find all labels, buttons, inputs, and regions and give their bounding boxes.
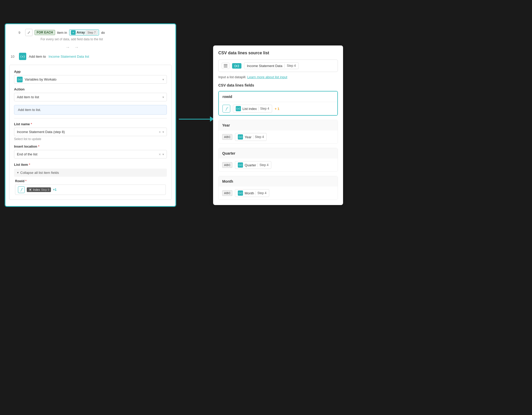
action-description: Add item to list.: [14, 105, 167, 115]
arrow-down-2: →: [74, 45, 79, 50]
month-icon: {x}: [238, 190, 243, 196]
rowid-step-label: Step 9: [41, 188, 49, 191]
year-abc-badge: ABC: [222, 134, 232, 140]
pill-divider: [284, 64, 285, 68]
action-group: Action Add item to list ▾: [14, 87, 167, 101]
insert-location-select[interactable]: End of the list × ▾: [14, 150, 167, 159]
source-step: Step 4: [287, 64, 296, 68]
foreach-subtitle: For every set of data, add field data to…: [11, 37, 170, 41]
list-name-hint: Select list to update: [14, 137, 167, 141]
action-select[interactable]: Add item to list ▾: [14, 93, 167, 101]
rowid-step-icon: ▣: [28, 188, 32, 192]
hamburger-line-3: [224, 67, 227, 67]
list-name-group: List name * Income Statement Data (step …: [14, 122, 167, 141]
rowid-pill-input[interactable]: 𝑓 ▣ Index Step 9 +1: [15, 185, 166, 195]
workflow-icon[interactable]: ⤢: [25, 29, 32, 36]
year-icon: {x}: [238, 134, 243, 140]
field-rowid-name: rowid: [219, 91, 337, 102]
source-name: Income Statement Data: [247, 64, 283, 68]
insert-clear[interactable]: ×: [159, 152, 161, 156]
month-abc-badge: ABC: [222, 190, 232, 196]
list-name-clear[interactable]: ×: [159, 130, 161, 134]
quarter-label: Quarter: [245, 163, 256, 167]
foreach-do: do: [101, 31, 105, 35]
quarter-value-pill: {x} Quarter Step 4: [235, 161, 271, 169]
step7-tag: Step 7: [86, 30, 97, 35]
rowid-plus: +1: [53, 188, 57, 192]
field-quarter-name: Quarter: [219, 148, 338, 159]
action-label: Action: [14, 87, 167, 91]
step10-row: 10 {x} Add item to Income Statement Data…: [11, 53, 170, 60]
list-name-required: *: [31, 122, 32, 126]
app-icon: {x}: [17, 77, 23, 82]
collapse-header[interactable]: ▾ Collapse all list item fields: [14, 169, 167, 177]
rowid-pill-label-right: List index: [242, 107, 257, 111]
rowid-right-fx-icon: 𝑓: [222, 105, 230, 113]
right-panel: CSV data lines source list {x} Income St…: [213, 45, 343, 205]
panel-title: CSV data lines source list: [218, 51, 338, 55]
fields-title: CSV data lines fields: [218, 83, 338, 87]
rowid-required: *: [25, 179, 27, 183]
rowid-divider: [258, 107, 259, 111]
action-dropdown-arrow: ▾: [162, 95, 164, 99]
form-container: App {x} Variables by Workato ▾ Action Ad…: [9, 65, 172, 200]
field-quarter-value: ABC {x} Quarter Step 4: [219, 159, 338, 172]
field-month-name: Month: [219, 176, 338, 187]
app-group: App {x} Variables by Workato ▾: [14, 70, 167, 84]
source-icon-badge: {x}: [232, 63, 241, 69]
step10-number: 10: [11, 55, 16, 58]
left-panel: 9 ⤢ FOR EACH item in ≡ Array Step 7 do F…: [5, 23, 176, 207]
input-hint: Input a list datapill. Learn more about …: [218, 75, 338, 79]
list-name-arrow: ▾: [162, 130, 164, 134]
field-month-value: ABC {x} Month Step 4: [219, 187, 338, 200]
step10-link[interactable]: Income Statement Data list: [49, 55, 89, 58]
list-name-value: Income Statement Data (step 8): [17, 128, 159, 136]
month-value-pill: {x} Month Step 4: [235, 189, 269, 197]
step10-action: Add item to: [29, 55, 46, 58]
year-step: Step 4: [255, 135, 264, 139]
app-dropdown-arrow: ▾: [162, 78, 164, 81]
hamburger-icon[interactable]: [222, 63, 229, 69]
rowid-fx-icon: 𝑓: [18, 186, 25, 193]
list-name-select[interactable]: Income Statement Data (step 8) × ▾: [14, 128, 167, 136]
source-row: {x} Income Statement Data Step 4: [218, 60, 338, 72]
month-divider: [255, 191, 256, 195]
quarter-step: Step 4: [259, 163, 268, 167]
month-label: Month: [245, 191, 254, 195]
rowid-step-pill: ▣ Index Step 9: [27, 187, 51, 192]
insert-location-label: Insert location *: [14, 144, 167, 148]
insert-location-value: End of the list: [17, 150, 159, 158]
foreach-badge: FOR EACH: [35, 30, 55, 35]
quarter-icon: {x}: [238, 162, 243, 168]
hamburger-line-1: [224, 64, 227, 65]
list-item-required: *: [29, 163, 30, 167]
month-step: Step 4: [257, 191, 266, 195]
field-month: Month ABC {x} Month Step 4: [218, 176, 338, 200]
source-icon-text: {x}: [234, 64, 239, 68]
source-name-pill: Income Statement Data Step 4: [244, 62, 299, 69]
arrow-connector: [179, 116, 214, 122]
list-item-group: List item * ▾ Collapse all list item fie…: [14, 163, 167, 195]
year-value-pill: {x} Year Step 4: [235, 133, 267, 141]
list-item-label: List item *: [14, 163, 167, 167]
connector: → →: [11, 45, 170, 50]
step10-icon: {x}: [19, 53, 26, 60]
rowid-container: Rowid * 𝑓 ▣ Index Step 9 +1: [14, 179, 167, 195]
app-select[interactable]: {x} Variables by Workato ▾: [14, 75, 167, 84]
workflow-header: 9 ⤢ FOR EACH item in ≡ Array Step 7 do F…: [5, 24, 175, 60]
rowid-value-icon: {x}: [236, 106, 241, 111]
step9-number: 9: [18, 31, 23, 35]
field-rowid: rowid 𝑓 {x} List index Step 4 + 1: [218, 91, 338, 116]
field-year-name: Year: [219, 120, 338, 130]
arrow-line: [179, 119, 210, 120]
app-value: Variables by Workato: [25, 75, 162, 83]
learn-link[interactable]: Learn more about list input: [247, 75, 287, 79]
field-year: Year ABC {x} Year Step 4: [218, 120, 338, 144]
field-quarter: Quarter ABC {x} Quarter Step 4: [218, 148, 338, 172]
action-value: Add item to list: [17, 93, 162, 101]
divider1: [14, 118, 167, 118]
rowid-plus-right: + 1: [275, 107, 279, 111]
foreach-text-before: item in: [57, 31, 67, 35]
rowid-label: Rowid *: [15, 179, 166, 183]
rowid-step-right: Step 4: [260, 107, 269, 110]
